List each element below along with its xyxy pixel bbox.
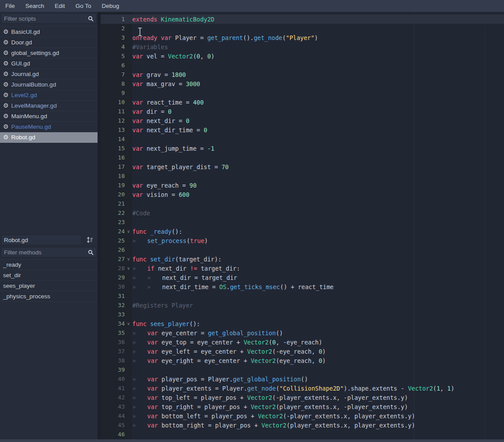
script-list-item-mainmenu-gd[interactable]: ⚙MainMenu.gd	[0, 111, 98, 122]
code-text: var grav = 1800	[132, 71, 186, 78]
code-line-46[interactable]: 46	[101, 430, 504, 439]
filter-scripts-input[interactable]	[4, 15, 86, 22]
code-line-17[interactable]: 17var target_player_dist = 70	[101, 162, 504, 171]
code-line-8[interactable]: 8var max_grav = 3000	[101, 79, 504, 88]
code-line-4[interactable]: 4#Variables	[101, 42, 504, 51]
menu-item-edit[interactable]: Edit	[50, 0, 70, 12]
code-line-30[interactable]: 30»»next_dir_time = OS.get_ticks_msec() …	[101, 282, 504, 291]
code-line-11[interactable]: 11var dir = 0	[101, 107, 504, 116]
menu-item-search[interactable]: Search	[20, 0, 50, 12]
code-line-19[interactable]: 19var eye_reach = 90	[101, 181, 504, 190]
filter-scripts-field[interactable]	[1, 13, 97, 24]
code-line-42[interactable]: 42»var top_left = player_pos + Vector2(-…	[101, 393, 504, 402]
code-line-10[interactable]: 10var react_time = 400	[101, 98, 504, 107]
method-list-item-set-dir[interactable]: set_dir	[0, 270, 98, 281]
code-line-28[interactable]: 28∨»if next_dir != target_dir:	[101, 264, 504, 273]
script-list-item-door-gd[interactable]: ⚙Door.gd	[0, 37, 98, 48]
code-line-20[interactable]: 20var vision = 600	[101, 190, 504, 199]
script-list-item-global-settings-gd[interactable]: ⚙global_settings.gd	[0, 48, 98, 58]
code-line-18[interactable]: 18	[101, 171, 504, 181]
code-line-2[interactable]: 2	[101, 24, 504, 33]
code-line-26[interactable]: 26	[101, 245, 504, 254]
line-number: 7	[101, 71, 125, 78]
code-text: »var player_pos = Player.get_global_posi…	[132, 376, 308, 383]
script-list-item-levelmanager-gd[interactable]: ⚙LevelManager.gd	[0, 101, 98, 111]
code-line-9[interactable]: 9	[101, 88, 504, 98]
code-line-39[interactable]: 39	[101, 365, 504, 374]
menu-item-file[interactable]: File	[0, 0, 20, 12]
line-number: 19	[101, 182, 125, 188]
code-line-14[interactable]: 14	[101, 134, 504, 144]
tab-indent-marker: »	[132, 357, 147, 364]
code-line-16[interactable]: 16	[101, 153, 504, 162]
line-number: 14	[101, 136, 125, 142]
filter-methods-field[interactable]	[1, 247, 97, 257]
code-line-38[interactable]: 38»var eye_right = eye_center + Vector2(…	[101, 356, 504, 365]
current-script-name-field[interactable]	[1, 235, 82, 245]
method-list-item-physics-process[interactable]: _physics_process	[0, 291, 98, 302]
method-list-item-ready[interactable]: _ready	[0, 260, 98, 270]
code-line-7[interactable]: 7var grav = 1800	[101, 70, 504, 79]
line-number: 35	[101, 330, 125, 336]
fold-arrow-icon[interactable]: ∨	[125, 321, 132, 326]
line-number: 16	[101, 154, 125, 161]
code-line-3[interactable]: 3onready var Player = get_parent().get_n…	[101, 33, 504, 42]
line-number: 34	[101, 320, 125, 327]
script-list-item-basicui-gd[interactable]: ⚙BasicUI.gd	[0, 27, 98, 37]
code-line-6[interactable]: 6	[101, 61, 504, 70]
menu-item-debug[interactable]: Debug	[97, 0, 125, 12]
code-line-5[interactable]: 5var vel = Vector2(0, 0)	[101, 51, 504, 61]
menu-item-go-to[interactable]: Go To	[70, 0, 97, 12]
code-line-33[interactable]: 33	[101, 310, 504, 319]
code-line-40[interactable]: 40»var player_pos = Player.get_global_po…	[101, 374, 504, 384]
script-list-item-level2-gd[interactable]: ⚙Level2.gd	[0, 90, 98, 101]
line-number: 36	[101, 339, 125, 345]
code-line-45[interactable]: 45»var bottom_right = player_pos + Vecto…	[101, 420, 504, 430]
code-line-15[interactable]: 15var next_jump_time = -1	[101, 144, 504, 153]
script-list-item-gui-gd[interactable]: ⚙GUI.gd	[0, 58, 98, 69]
script-list-item-journal-gd[interactable]: ⚙Journal.gd	[0, 69, 98, 80]
panel-splitter[interactable]	[98, 12, 101, 439]
code-line-27[interactable]: 27∨func set_dir(target_dir):	[101, 254, 504, 264]
line-number: 9	[101, 90, 125, 96]
code-line-12[interactable]: 12var next_dir = 0	[101, 116, 504, 125]
script-list-item-pausemenu-gd[interactable]: ⚙PauseMenu.gd	[0, 122, 98, 132]
line-number: 30	[101, 283, 125, 290]
code-line-34[interactable]: 34∨func sees_player():	[101, 319, 504, 328]
tab-indent-marker: »	[132, 348, 147, 355]
code-text: var vision = 600	[132, 191, 189, 198]
code-text: »var eye_left = eye_center + Vector2(-ey…	[132, 348, 326, 355]
code-editor[interactable]: 1extends KinematicBody2D23onready var Pl…	[101, 12, 504, 439]
code-line-36[interactable]: 36»var eye_top = eye_center + Vector2(0,…	[101, 337, 504, 347]
code-line-43[interactable]: 43»var top_right = player_pos + Vector2(…	[101, 402, 504, 411]
code-line-37[interactable]: 37»var eye_left = eye_center + Vector2(-…	[101, 347, 504, 356]
line-number: 28	[101, 265, 125, 272]
sort-methods-button[interactable]	[83, 235, 97, 245]
code-line-41[interactable]: 41»var player_extents = Player.get_node(…	[101, 384, 504, 393]
line-number: 40	[101, 376, 125, 382]
code-line-21[interactable]: 21	[101, 199, 504, 208]
code-line-44[interactable]: 44»var bottom_left = player_pos + Vector…	[101, 411, 504, 420]
filter-methods-input[interactable]	[4, 249, 86, 256]
code-line-22[interactable]: 22#Code	[101, 208, 504, 217]
code-text: »var top_right = player_pos + Vector2(pl…	[132, 403, 408, 410]
tab-indent-marker: »	[147, 283, 162, 290]
fold-arrow-icon[interactable]: ∨	[125, 257, 132, 261]
script-list-item-robot-gd[interactable]: ⚙Robot.gd	[0, 132, 98, 143]
code-line-25[interactable]: 25»set_process(true)	[101, 236, 504, 245]
method-list-item-sees-player[interactable]: sees_player	[0, 281, 98, 291]
code-line-13[interactable]: 13var next_dir_time = 0	[101, 125, 504, 134]
code-line-29[interactable]: 29»»next_dir = target_dir	[101, 273, 504, 282]
fold-arrow-icon[interactable]: ∨	[125, 229, 132, 234]
current-script-name-input[interactable]	[4, 237, 79, 243]
script-name-label: PauseMenu.gd	[11, 123, 51, 130]
fold-arrow-icon[interactable]: ∨	[125, 266, 132, 271]
code-line-35[interactable]: 35»var eye_center = get_global_position(…	[101, 328, 504, 337]
code-line-31[interactable]: 31	[101, 291, 504, 301]
code-line-23[interactable]: 23	[101, 217, 504, 227]
code-line-24[interactable]: 24∨func _ready():	[101, 227, 504, 236]
code-line-32[interactable]: 32#Registers Player	[101, 301, 504, 310]
code-line-1[interactable]: 1extends KinematicBody2D	[101, 14, 504, 24]
script-list-item-journalbutton-gd[interactable]: ⚙JournalButton.gd	[0, 80, 98, 90]
script-panel: ⚙BasicUI.gd⚙Door.gd⚙global_settings.gd⚙G…	[0, 12, 98, 439]
